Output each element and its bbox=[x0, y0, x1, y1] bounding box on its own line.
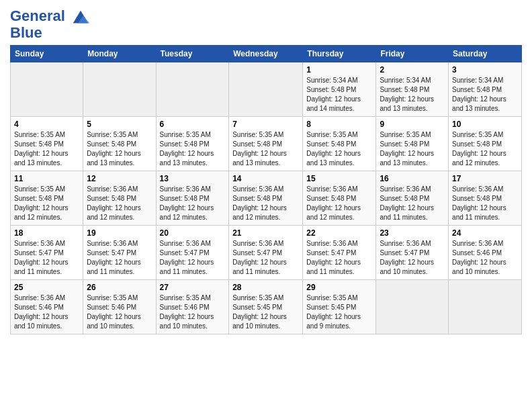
calendar-cell: 12Sunrise: 5:36 AM Sunset: 5:48 PM Dayli… bbox=[83, 171, 156, 226]
day-info: Sunrise: 5:36 AM Sunset: 5:48 PM Dayligh… bbox=[232, 185, 299, 222]
day-info: Sunrise: 5:35 AM Sunset: 5:48 PM Dayligh… bbox=[14, 130, 79, 168]
day-info: Sunrise: 5:35 AM Sunset: 5:48 PM Dayligh… bbox=[306, 130, 372, 168]
calendar-week-4: 18Sunrise: 5:36 AM Sunset: 5:47 PM Dayli… bbox=[11, 226, 522, 280]
calendar-cell: 9Sunrise: 5:35 AM Sunset: 5:48 PM Daylig… bbox=[376, 117, 449, 171]
calendar-cell: 3Sunrise: 5:34 AM Sunset: 5:48 PM Daylig… bbox=[449, 62, 522, 117]
weekday-header-monday: Monday bbox=[83, 46, 156, 62]
calendar-cell: 20Sunrise: 5:36 AM Sunset: 5:47 PM Dayli… bbox=[156, 226, 229, 280]
day-number: 1 bbox=[306, 65, 372, 75]
day-number: 28 bbox=[232, 283, 299, 292]
calendar-cell: 24Sunrise: 5:36 AM Sunset: 5:46 PM Dayli… bbox=[449, 226, 522, 280]
day-info: Sunrise: 5:34 AM Sunset: 5:48 PM Dayligh… bbox=[306, 76, 372, 113]
calendar-cell: 1Sunrise: 5:34 AM Sunset: 5:48 PM Daylig… bbox=[303, 62, 376, 117]
calendar-cell bbox=[376, 280, 449, 334]
day-number: 7 bbox=[232, 120, 299, 129]
day-number: 19 bbox=[87, 228, 152, 238]
day-number: 27 bbox=[160, 283, 226, 292]
day-number: 21 bbox=[232, 228, 299, 238]
day-number: 4 bbox=[14, 120, 79, 129]
calendar-header: SundayMondayTuesdayWednesdayThursdayFrid… bbox=[11, 46, 522, 62]
day-info: Sunrise: 5:36 AM Sunset: 5:47 PM Dayligh… bbox=[306, 239, 372, 277]
logo: General Blue bbox=[10, 7, 91, 42]
calendar-cell: 28Sunrise: 5:35 AM Sunset: 5:45 PM Dayli… bbox=[229, 280, 303, 334]
day-number: 14 bbox=[232, 174, 299, 183]
calendar-cell: 23Sunrise: 5:36 AM Sunset: 5:47 PM Dayli… bbox=[376, 226, 449, 280]
day-info: Sunrise: 5:35 AM Sunset: 5:46 PM Dayligh… bbox=[87, 293, 152, 331]
calendar-cell: 11Sunrise: 5:35 AM Sunset: 5:48 PM Dayli… bbox=[11, 171, 83, 226]
day-info: Sunrise: 5:36 AM Sunset: 5:47 PM Dayligh… bbox=[160, 239, 226, 277]
day-number: 5 bbox=[87, 120, 152, 129]
day-info: Sunrise: 5:35 AM Sunset: 5:45 PM Dayligh… bbox=[306, 293, 372, 331]
day-number: 26 bbox=[87, 283, 152, 292]
calendar-cell bbox=[449, 280, 522, 334]
calendar-cell: 2Sunrise: 5:34 AM Sunset: 5:48 PM Daylig… bbox=[376, 62, 449, 117]
calendar-cell: 26Sunrise: 5:35 AM Sunset: 5:46 PM Dayli… bbox=[83, 280, 156, 334]
calendar-cell bbox=[11, 62, 83, 117]
day-number: 8 bbox=[306, 120, 372, 129]
day-info: Sunrise: 5:36 AM Sunset: 5:48 PM Dayligh… bbox=[87, 185, 152, 222]
weekday-header-sunday: Sunday bbox=[11, 46, 83, 62]
calendar-cell: 7Sunrise: 5:35 AM Sunset: 5:48 PM Daylig… bbox=[229, 117, 303, 171]
weekday-header-friday: Friday bbox=[376, 46, 449, 62]
calendar-week-2: 4Sunrise: 5:35 AM Sunset: 5:48 PM Daylig… bbox=[11, 117, 522, 171]
calendar-cell: 15Sunrise: 5:36 AM Sunset: 5:48 PM Dayli… bbox=[303, 171, 376, 226]
calendar-cell bbox=[229, 62, 303, 117]
calendar-cell: 21Sunrise: 5:36 AM Sunset: 5:47 PM Dayli… bbox=[229, 226, 303, 280]
day-info: Sunrise: 5:36 AM Sunset: 5:47 PM Dayligh… bbox=[380, 239, 445, 277]
day-info: Sunrise: 5:35 AM Sunset: 5:45 PM Dayligh… bbox=[232, 293, 299, 331]
day-number: 11 bbox=[14, 174, 79, 183]
day-info: Sunrise: 5:36 AM Sunset: 5:48 PM Dayligh… bbox=[380, 185, 445, 222]
weekday-header-tuesday: Tuesday bbox=[156, 46, 229, 62]
day-number: 10 bbox=[452, 120, 518, 129]
day-number: 25 bbox=[14, 283, 79, 292]
day-number: 2 bbox=[380, 65, 445, 75]
day-info: Sunrise: 5:36 AM Sunset: 5:47 PM Dayligh… bbox=[87, 239, 152, 277]
calendar-cell: 25Sunrise: 5:36 AM Sunset: 5:46 PM Dayli… bbox=[11, 280, 83, 334]
day-number: 22 bbox=[306, 228, 372, 238]
calendar-cell: 16Sunrise: 5:36 AM Sunset: 5:48 PM Dayli… bbox=[376, 171, 449, 226]
calendar-cell: 5Sunrise: 5:35 AM Sunset: 5:48 PM Daylig… bbox=[83, 117, 156, 171]
day-number: 24 bbox=[452, 228, 518, 238]
day-info: Sunrise: 5:35 AM Sunset: 5:48 PM Dayligh… bbox=[380, 130, 445, 168]
day-number: 17 bbox=[452, 174, 518, 183]
calendar-cell: 6Sunrise: 5:35 AM Sunset: 5:48 PM Daylig… bbox=[156, 117, 229, 171]
weekday-header-wednesday: Wednesday bbox=[229, 46, 303, 62]
day-number: 15 bbox=[306, 174, 372, 183]
day-info: Sunrise: 5:34 AM Sunset: 5:48 PM Dayligh… bbox=[452, 76, 518, 113]
day-info: Sunrise: 5:36 AM Sunset: 5:48 PM Dayligh… bbox=[452, 185, 518, 222]
day-number: 3 bbox=[452, 65, 518, 75]
day-number: 6 bbox=[160, 120, 226, 129]
calendar-cell: 22Sunrise: 5:36 AM Sunset: 5:47 PM Dayli… bbox=[303, 226, 376, 280]
calendar-cell: 14Sunrise: 5:36 AM Sunset: 5:48 PM Dayli… bbox=[229, 171, 303, 226]
calendar-cell: 10Sunrise: 5:35 AM Sunset: 5:48 PM Dayli… bbox=[449, 117, 522, 171]
calendar-week-3: 11Sunrise: 5:35 AM Sunset: 5:48 PM Dayli… bbox=[11, 171, 522, 226]
day-number: 12 bbox=[87, 174, 152, 183]
calendar-table: SundayMondayTuesdayWednesdayThursdayFrid… bbox=[10, 45, 522, 334]
day-info: Sunrise: 5:35 AM Sunset: 5:48 PM Dayligh… bbox=[160, 130, 226, 168]
day-info: Sunrise: 5:35 AM Sunset: 5:48 PM Dayligh… bbox=[232, 130, 299, 168]
day-number: 18 bbox=[14, 228, 79, 238]
day-info: Sunrise: 5:36 AM Sunset: 5:48 PM Dayligh… bbox=[160, 185, 226, 222]
calendar-cell: 4Sunrise: 5:35 AM Sunset: 5:48 PM Daylig… bbox=[11, 117, 83, 171]
calendar-cell: 18Sunrise: 5:36 AM Sunset: 5:47 PM Dayli… bbox=[11, 226, 83, 280]
day-info: Sunrise: 5:35 AM Sunset: 5:48 PM Dayligh… bbox=[452, 130, 518, 168]
calendar-cell: 17Sunrise: 5:36 AM Sunset: 5:48 PM Dayli… bbox=[449, 171, 522, 226]
day-number: 23 bbox=[380, 228, 445, 238]
calendar-cell: 19Sunrise: 5:36 AM Sunset: 5:47 PM Dayli… bbox=[83, 226, 156, 280]
weekday-header-saturday: Saturday bbox=[449, 46, 522, 62]
calendar-week-5: 25Sunrise: 5:36 AM Sunset: 5:46 PM Dayli… bbox=[11, 280, 522, 334]
day-info: Sunrise: 5:35 AM Sunset: 5:48 PM Dayligh… bbox=[14, 185, 79, 222]
day-number: 29 bbox=[306, 283, 372, 292]
day-info: Sunrise: 5:34 AM Sunset: 5:48 PM Dayligh… bbox=[380, 76, 445, 113]
day-info: Sunrise: 5:36 AM Sunset: 5:48 PM Dayligh… bbox=[306, 185, 372, 222]
calendar-cell bbox=[156, 62, 229, 117]
calendar-cell: 29Sunrise: 5:35 AM Sunset: 5:45 PM Dayli… bbox=[303, 280, 376, 334]
calendar-week-1: 1Sunrise: 5:34 AM Sunset: 5:48 PM Daylig… bbox=[11, 62, 522, 117]
day-info: Sunrise: 5:36 AM Sunset: 5:47 PM Dayligh… bbox=[14, 239, 79, 277]
day-number: 13 bbox=[160, 174, 226, 183]
calendar-cell: 27Sunrise: 5:35 AM Sunset: 5:46 PM Dayli… bbox=[156, 280, 229, 334]
day-info: Sunrise: 5:35 AM Sunset: 5:48 PM Dayligh… bbox=[87, 130, 152, 168]
calendar-cell: 8Sunrise: 5:35 AM Sunset: 5:48 PM Daylig… bbox=[303, 117, 376, 171]
page-header: General Blue bbox=[10, 7, 522, 42]
calendar-cell bbox=[83, 62, 156, 117]
